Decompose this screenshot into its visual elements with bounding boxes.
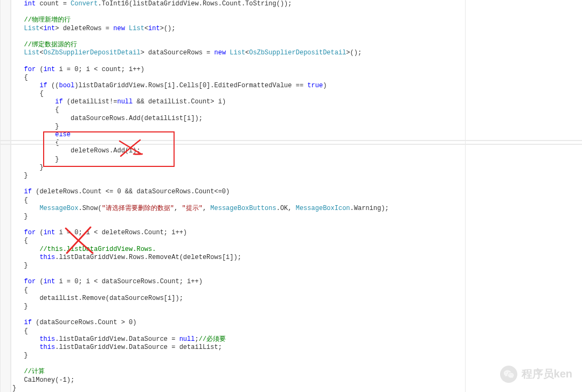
code-line: this.listDataGriddView.DataSource = deta…: [12, 344, 465, 352]
code-line: {: [12, 139, 465, 147]
code-line: detailList.Remove(dataSourceRows[i]);: [12, 295, 465, 303]
code-line: }: [12, 213, 465, 221]
code-line: this.listDataGriddView.DataSource = null…: [12, 335, 465, 344]
code-line: {: [12, 237, 465, 245]
code-line: [12, 270, 465, 278]
code-line: if ((bool)listDataGriddView.Rows[i].Cell…: [12, 82, 465, 90]
code-line: }: [12, 384, 465, 392]
code-line: }: [12, 156, 465, 164]
code-line: [12, 8, 465, 16]
code-line: if (detailList!=null && detailList.Count…: [12, 98, 465, 106]
watermark-text: 程序员ken: [522, 370, 572, 378]
code-line: //物理新增的行: [12, 16, 465, 24]
watermark: 程序员ken: [500, 366, 572, 383]
code-line: MessageBox.Show("请选择需要删除的数据", "提示", Mess…: [12, 205, 465, 213]
code-line: if (dataSourceRows.Count > 0): [12, 319, 465, 327]
code-line: }: [12, 262, 465, 270]
code-line: List<int> deleteRows = new List<int>();: [12, 25, 465, 33]
code-line: [12, 33, 465, 41]
code-line: CalMoney(-1);: [12, 376, 465, 384]
code-line: [12, 57, 465, 65]
code-line: }: [12, 303, 465, 311]
code-line: for (int i = 0; i < deleteRows.Count; i+…: [12, 229, 465, 237]
code-line: deleteRows.Add(i);: [12, 147, 465, 155]
code-line: this.listDataGriddView.Rows.RemoveAt(del…: [12, 254, 465, 262]
code-line: {: [12, 74, 465, 82]
code-line: {: [12, 197, 465, 205]
code-line: //计算: [12, 368, 465, 376]
code-line: {: [12, 286, 465, 295]
code-line: int count = Convert.ToInt16(listDataGrid…: [12, 0, 465, 8]
code-line: {: [12, 106, 465, 114]
code-line: }: [12, 172, 465, 180]
code-editor[interactable]: int count = Convert.ToInt16(listDataGrid…: [0, 0, 466, 392]
code-line: dataSourceRows.Add(detailList[i]);: [12, 115, 465, 123]
code-line: [12, 360, 465, 368]
code-line: }: [12, 164, 465, 172]
code-line: List<OsZbSupplierDepositDetail> dataSour…: [12, 49, 465, 57]
code-line: //绑定数据源的行: [12, 41, 465, 49]
code-line: }: [12, 123, 465, 131]
code-line: [12, 180, 465, 188]
code-line: if (deleteRows.Count <= 0 && dataSourceR…: [12, 188, 465, 196]
code-line: for (int i = 0; i < dataSourceRows.Count…: [12, 278, 465, 286]
code-line: else: [12, 131, 465, 139]
code-line: [12, 221, 465, 229]
code-line: [12, 311, 465, 319]
wechat-icon: [500, 366, 517, 383]
gutter: [1, 0, 11, 392]
code-line: //this.listDataGriddView.Rows.: [12, 246, 465, 254]
code-line: {: [12, 90, 465, 98]
code-line: }: [12, 352, 465, 360]
code-line: {: [12, 327, 465, 335]
code-line: for (int i = 0; i < count; i++): [12, 66, 465, 74]
